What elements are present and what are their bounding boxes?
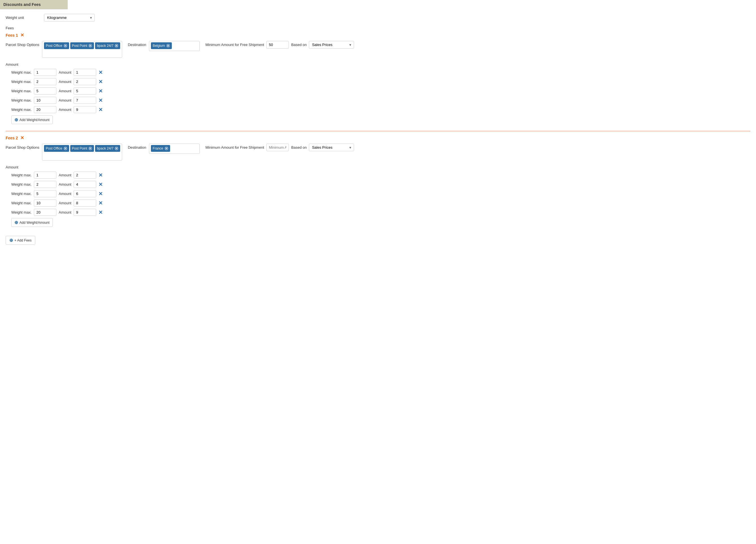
fees-1-based-on-label: Based on [291, 43, 307, 47]
fees-1-row-2-amount-input[interactable] [74, 78, 96, 85]
fees-2-row-5-amount-label: Amount [59, 210, 71, 214]
fees-1-based-on-wrapper: Sales Prices Total Weight Number of Prod… [309, 41, 354, 49]
fees-2-destination-tag-france: France ✕ [151, 145, 170, 152]
fees-2-row-2-remove-btn[interactable]: ✕ [98, 182, 103, 187]
fees-1-row-2-remove-btn[interactable]: ✕ [98, 79, 103, 84]
fees-2-row-2: Weight max. Amount ✕ [11, 181, 750, 188]
fees-1-row-1-amount-input[interactable] [74, 69, 96, 76]
fees-2-row-1: Weight max. Amount ✕ [11, 172, 750, 179]
add-fees-btn[interactable]: ⊕ + Add Fees [6, 236, 35, 245]
fees-1-row-4-weight-input[interactable] [34, 97, 56, 104]
fees-1-remove-btn[interactable]: ✕ [20, 33, 24, 38]
fees-1-row-4: Weight max. Amount ✕ [11, 97, 750, 104]
fees-1-row-5-weight-label: Weight max. [11, 108, 32, 112]
fees-2-row-2-weight-label: Weight max. [11, 182, 32, 187]
fees-2-tag-post-point: Post Point ✕ [70, 145, 94, 152]
fees-2-add-weight-amount-label: Add Weight/Amount [19, 221, 50, 225]
fees-1-row-3-amount-input[interactable] [74, 87, 96, 95]
fees-2-based-on-select[interactable]: Sales Prices Total Weight Number of Prod… [309, 144, 354, 151]
fees-1-destination-tag-belgium: Belgium ✕ [151, 42, 172, 49]
fees-1-destination-tag-belgium-close[interactable]: ✕ [166, 44, 170, 48]
fees-2-row-2-amount-input[interactable] [74, 181, 96, 188]
fees-2-row-5-remove-btn[interactable]: ✕ [98, 210, 103, 215]
fees-1-parcel-group: Parcel Shop Options Post Office ✕ Post P… [6, 41, 122, 58]
fees-1-tag-post-point-label: Post Point [72, 44, 87, 48]
fees-1-row-1-remove-btn[interactable]: ✕ [98, 70, 103, 75]
fees-1-row-3-remove-btn[interactable]: ✕ [98, 89, 103, 94]
fees-1-amount-section: Amount Weight max. Amount ✕ Weight max. … [6, 62, 750, 124]
fees-2-row-5: Weight max. Amount ✕ [11, 209, 750, 216]
fees-2-row-3-weight-input[interactable] [34, 190, 56, 197]
fees-2-amount-section: Amount Weight max. Amount ✕ Weight max. … [6, 165, 750, 227]
fees-2-row-4-remove-btn[interactable]: ✕ [98, 201, 103, 206]
fees-2-row-3-amount-label: Amount [59, 192, 71, 196]
fees-1-destination-tags-input[interactable]: Belgium ✕ [149, 41, 200, 51]
fees-1-min-amount-input[interactable] [266, 41, 289, 49]
fees-2-row-1-amount-label: Amount [59, 173, 71, 177]
fees-1-tag-bpack-close[interactable]: ✕ [115, 44, 118, 48]
fees-1-row-1-weight-input[interactable] [34, 69, 56, 76]
fees-1-row-4-amount-input[interactable] [74, 97, 96, 104]
fees-2-amount-label: Amount [6, 165, 750, 169]
fees-1-tag-post-office: Post Office ✕ [44, 42, 69, 49]
fees-2-destination-label: Destination [128, 144, 146, 150]
fees-2-destination-tags-input[interactable]: France ✕ [149, 144, 200, 154]
fees-1-tags-input[interactable]: Post Office ✕ Post Point ✕ bpack 24/7 ✕ [42, 41, 122, 58]
fees-2-tag-post-point-label: Post Point [72, 146, 87, 150]
fees-section-label: Fees [6, 26, 750, 30]
fees-1-row-4-remove-btn[interactable]: ✕ [98, 98, 103, 103]
fees-1-parcel-label: Parcel Shop Options [6, 41, 39, 47]
fees-1-tag-post-office-close[interactable]: ✕ [63, 44, 67, 48]
fees-1-row-5-remove-btn[interactable]: ✕ [98, 107, 103, 112]
fees-1-row-3-weight-label: Weight max. [11, 89, 32, 93]
fees-2-tag-post-office-label: Post Office [46, 146, 62, 150]
fees-1-based-on-select[interactable]: Sales Prices Total Weight Number of Prod… [309, 41, 354, 49]
fees-2-row-2-amount-label: Amount [59, 182, 71, 187]
fees-1-row-5-amount-input[interactable] [74, 106, 96, 113]
fees-2-title-text: Fees 2 [6, 136, 18, 140]
fees-divider [6, 131, 750, 131]
fees-1-add-weight-amount-icon: ⊕ [14, 117, 18, 122]
fees-1-row-2-weight-input[interactable] [34, 78, 56, 85]
fees-2-min-amount-input[interactable] [266, 144, 289, 151]
fees-2-row-4-weight-input[interactable] [34, 199, 56, 207]
fees-2-min-amount-group: Minimum Amount for Free Shipment Based o… [205, 144, 354, 151]
fees-2-parcel-label: Parcel Shop Options [6, 144, 39, 150]
fees-1-tag-bpack-label: bpack 24/7 [97, 44, 113, 48]
fees-2-row-4-amount-label: Amount [59, 201, 71, 205]
fees-2-tags-input[interactable]: Post Office ✕ Post Point ✕ bpack 24/7 ✕ [42, 144, 122, 161]
weight-unit-select[interactable]: Kilogramme Pound Ounce [44, 14, 95, 21]
fees-2-options-row: Parcel Shop Options Post Office ✕ Post P… [6, 144, 750, 161]
fees-2-destination-tag-france-close[interactable]: ✕ [164, 146, 168, 150]
add-fees-icon: ⊕ [9, 238, 13, 243]
fees-1-tag-post-point-close[interactable]: ✕ [88, 44, 92, 48]
fees-1-tag-bpack: bpack 24/7 ✕ [95, 42, 120, 49]
fees-1-row-5: Weight max. Amount ✕ [11, 106, 750, 113]
fees-1-row-3: Weight max. Amount ✕ [11, 87, 750, 95]
fees-block-1: Fees 1 ✕ Parcel Shop Options Post Office… [6, 33, 750, 124]
fees-2-row-3-amount-input[interactable] [74, 190, 96, 197]
fees-2-tag-bpack-close[interactable]: ✕ [115, 146, 118, 150]
fees-1-row-3-weight-input[interactable] [34, 87, 56, 95]
fees-2-row-5-amount-input[interactable] [74, 209, 96, 216]
fees-1-add-weight-amount-btn[interactable]: ⊕ Add Weight/Amount [11, 115, 53, 124]
fees-1-row-4-weight-label: Weight max. [11, 98, 32, 102]
fees-2-title-row: Fees 2 ✕ [6, 136, 750, 140]
fees-2-tag-post-office-close[interactable]: ✕ [63, 146, 67, 150]
fees-2-tag-post-point-close[interactable]: ✕ [88, 146, 92, 150]
fees-2-row-2-weight-input[interactable] [34, 181, 56, 188]
fees-2-tag-bpack-label: bpack 24/7 [97, 146, 113, 150]
fees-2-row-4-amount-input[interactable] [74, 199, 96, 207]
fees-1-row-5-weight-input[interactable] [34, 106, 56, 113]
fees-2-row-1-weight-input[interactable] [34, 172, 56, 179]
fees-2-remove-btn[interactable]: ✕ [20, 136, 24, 140]
fees-2-row-5-weight-input[interactable] [34, 209, 56, 216]
fees-2-row-1-remove-btn[interactable]: ✕ [98, 173, 103, 178]
fees-2-row-3-remove-btn[interactable]: ✕ [98, 191, 103, 196]
fees-2-row-5-weight-label: Weight max. [11, 210, 32, 214]
fees-2-row-1-amount-input[interactable] [74, 172, 96, 179]
fees-1-min-amount-label: Minimum Amount for Free Shipment [205, 43, 264, 47]
fees-1-destination-group: Destination Belgium ✕ [128, 41, 200, 51]
fees-2-add-weight-amount-btn[interactable]: ⊕ Add Weight/Amount [11, 218, 53, 227]
fees-1-amount-label: Amount [6, 62, 750, 67]
